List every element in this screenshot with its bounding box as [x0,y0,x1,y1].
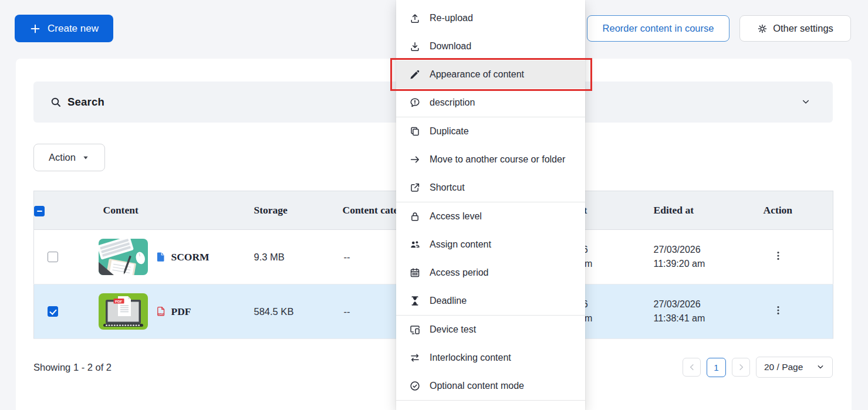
action-button[interactable]: Action [33,144,105,171]
menu-item-deadline[interactable]: Deadline [396,287,585,315]
pencil-icon [409,69,421,80]
chevron-right-icon [737,362,746,372]
arrow-right-icon [409,154,421,165]
upload-icon [409,12,421,24]
menu-item-description[interactable]: description [396,89,585,117]
reorder-content-button[interactable]: Reorder content in course [587,15,729,42]
row-checkbox[interactable] [48,306,58,317]
pdf-thumbnail: PDF [99,293,148,330]
chevron-left-icon [687,362,697,372]
external-link-icon [409,182,421,194]
calendar-icon [409,267,421,279]
scorm-file-icon [155,251,167,263]
check-circle-icon [409,380,421,392]
svg-text:PDF: PDF [115,299,123,303]
menu-item-label: Device test [430,324,476,335]
menu-item-appearance-of-content[interactable]: Appearance of content [396,60,585,89]
kebab-menu-icon[interactable] [772,304,784,316]
content-name: SCORM [171,251,210,263]
copy-icon [409,126,421,137]
header-action: Action [755,191,833,230]
menu-item-label: Assign content [430,239,491,250]
menu-item-optional-content-mode[interactable]: Optional content mode [396,372,585,400]
menu-item-label: Interlocking content [430,353,511,363]
menu-item-label: Duplicate [430,126,469,137]
menu-item-label: description [430,97,475,108]
header-edited-at: Edited at [640,191,755,230]
caret-down-icon [82,154,90,162]
storage-value: 9.3 MB [241,230,329,284]
chevron-down-icon[interactable] [801,97,810,107]
row-checkbox[interactable] [48,252,58,262]
pdf-file-icon: PDF [155,306,167,317]
storage-value: 584.5 KB [241,284,329,339]
edited-time: 11:39:20 am [654,257,755,271]
edited-date: 27/03/2026 [654,297,755,311]
plus-icon [29,23,41,35]
edited-date: 27/03/2026 [654,243,755,257]
page-size-select[interactable]: 20 / Page [756,357,833,378]
people-icon [409,239,421,250]
menu-item-label: Optional content mode [430,381,524,391]
menu-item-label: Download [430,41,471,52]
menu-item-access-level[interactable]: Access level [396,202,585,231]
menu-item-label: Move to another course or folder [430,154,565,165]
svg-text:PDF: PDF [157,313,164,316]
download-icon [409,40,421,52]
menu-item-interlocking-content[interactable]: Interlocking content [396,344,585,372]
lock-icon [409,211,421,222]
next-page-button[interactable] [732,358,750,377]
chevron-down-icon [816,363,825,371]
edited-time: 11:38:41 am [654,311,755,326]
pagination: 1 20 / Page [683,357,833,378]
create-new-label: Create new [48,23,99,35]
header-content: Content [72,191,241,230]
comment-icon [409,97,421,109]
search-label: Search [67,96,104,109]
page-size-label: 20 / Page [764,362,803,372]
other-settings-button[interactable]: Other settings [739,15,851,42]
scorm-thumbnail [99,239,148,275]
context-menu: Re-upload Download Appearance of content… [396,0,585,410]
gear-icon [757,23,768,34]
hourglass-icon [409,295,421,307]
header-storage: Storage [241,191,329,230]
devices-icon [409,324,421,336]
other-settings-label: Other settings [773,23,833,34]
menu-item-label: Access level [430,211,482,222]
menu-divider [396,400,585,401]
menu-item-assign-content[interactable]: Assign content [396,231,585,259]
select-all-checkbox[interactable] [34,206,45,216]
menu-item-label: Deadline [430,296,467,306]
prev-page-button[interactable] [683,358,701,377]
menu-item-download[interactable]: Download [396,32,585,60]
showing-text: Showing 1 - 2 of 2 [33,362,112,373]
menu-item-label: Re-upload [430,13,473,23]
search-icon [50,96,62,108]
menu-item-shortcut[interactable]: Shortcut [396,174,585,202]
menu-item-label: Access period [430,267,489,278]
menu-item-duplicate[interactable]: Duplicate [396,117,585,145]
menu-item-move[interactable]: Move to another course or folder [396,145,585,174]
menu-item-label: Shortcut [430,182,465,193]
reorder-content-label: Reorder content in course [603,23,714,34]
menu-item-label: Appearance of content [430,69,524,80]
menu-item-access-period[interactable]: Access period [396,259,585,287]
kebab-menu-icon[interactable] [772,250,784,262]
menu-item-device-test[interactable]: Device test [396,316,585,344]
swap-icon [409,352,421,364]
menu-item-re-upload[interactable]: Re-upload [396,4,585,32]
page-number: 1 [714,362,718,372]
create-new-button[interactable]: Create new [15,15,113,42]
content-name: PDF [171,306,191,318]
page-1-button[interactable]: 1 [707,358,726,377]
action-label: Action [49,152,76,163]
